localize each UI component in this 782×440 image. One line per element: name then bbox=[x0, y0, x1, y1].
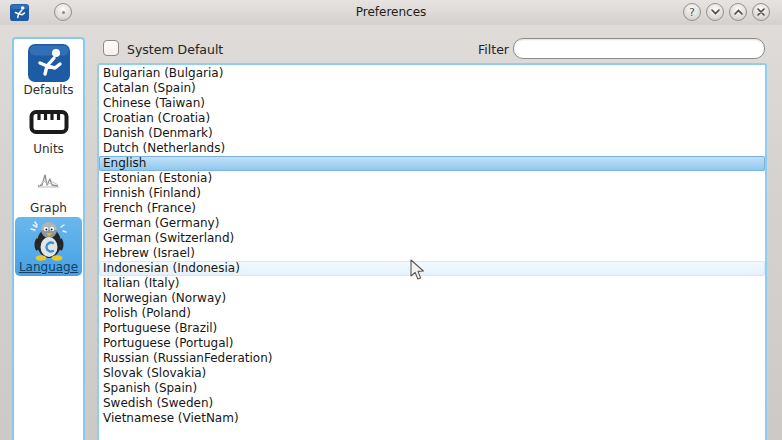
system-default-label: System Default bbox=[127, 42, 223, 57]
list-item[interactable]: German (Switzerland) bbox=[99, 231, 765, 246]
list-item[interactable]: Norwegian (Norway) bbox=[99, 291, 765, 306]
chevron-up-icon bbox=[734, 9, 743, 15]
close-button[interactable] bbox=[752, 3, 770, 21]
list-item[interactable]: Danish (Denmark) bbox=[99, 126, 765, 141]
list-item[interactable]: Portuguese (Portugal) bbox=[99, 336, 765, 351]
list-item[interactable]: Indonesian (Indonesia) bbox=[99, 261, 765, 276]
list-item[interactable]: Italian (Italy) bbox=[99, 276, 765, 291]
sidebar-item-graph[interactable]: Graph bbox=[15, 158, 82, 217]
diver-icon bbox=[28, 42, 70, 83]
list-item[interactable]: Finnish (Finland) bbox=[99, 186, 765, 201]
list-item[interactable]: Slovak (Slovakia) bbox=[99, 366, 765, 381]
list-item[interactable]: Catalan (Spain) bbox=[99, 81, 765, 96]
sidebar-item-label: Language bbox=[19, 260, 78, 274]
close-icon bbox=[757, 8, 765, 16]
filter-label: Filter bbox=[478, 42, 509, 57]
help-button[interactable]: ? bbox=[683, 3, 701, 21]
graph-icon bbox=[37, 160, 60, 201]
preferences-sidebar: Defaults Units Graph bbox=[12, 37, 85, 440]
sidebar-item-label: Graph bbox=[30, 201, 67, 215]
ruler-icon bbox=[29, 101, 69, 142]
sidebar-item-units[interactable]: Units bbox=[15, 99, 82, 158]
titlebar: Preferences ? bbox=[0, 0, 782, 25]
list-item[interactable]: Croatian (Croatia) bbox=[99, 111, 765, 126]
language-list[interactable]: Bulgarian (Bulgaria)Catalan (Spain)Chine… bbox=[97, 63, 767, 440]
system-default-checkbox[interactable] bbox=[103, 40, 119, 56]
list-item[interactable]: Polish (Poland) bbox=[99, 306, 765, 321]
list-item[interactable]: French (France) bbox=[99, 201, 765, 216]
list-item[interactable]: Portuguese (Brazil) bbox=[99, 321, 765, 336]
chevron-down-icon bbox=[711, 9, 720, 15]
sidebar-item-language[interactable]: Language bbox=[15, 217, 82, 276]
list-item[interactable]: Chinese (Taiwan) bbox=[99, 96, 765, 111]
list-item[interactable]: Spanish (Spain) bbox=[99, 381, 765, 396]
sidebar-item-label: Units bbox=[33, 142, 64, 156]
filter-input[interactable] bbox=[513, 38, 765, 59]
question-icon: ? bbox=[689, 7, 695, 18]
list-item[interactable]: German (Germany) bbox=[99, 216, 765, 231]
list-item[interactable]: Russian (RussianFederation) bbox=[99, 351, 765, 366]
list-item[interactable]: English bbox=[99, 156, 765, 171]
penguin-icon bbox=[27, 219, 71, 260]
maximize-button[interactable] bbox=[729, 3, 747, 21]
list-item[interactable]: Swedish (Sweden) bbox=[99, 396, 765, 411]
minimize-button[interactable] bbox=[706, 3, 724, 21]
list-item[interactable]: Dutch (Netherlands) bbox=[99, 141, 765, 156]
list-item[interactable]: Estonian (Estonia) bbox=[99, 171, 765, 186]
list-item[interactable]: Bulgarian (Bulgaria) bbox=[99, 66, 765, 81]
window-title: Preferences bbox=[0, 5, 782, 19]
sidebar-item-label: Defaults bbox=[23, 83, 73, 97]
list-item[interactable]: Vietnamese (VietNam) bbox=[99, 411, 765, 426]
list-item[interactable]: Hebrew (Israel) bbox=[99, 246, 765, 261]
sidebar-item-defaults[interactable]: Defaults bbox=[15, 40, 82, 99]
